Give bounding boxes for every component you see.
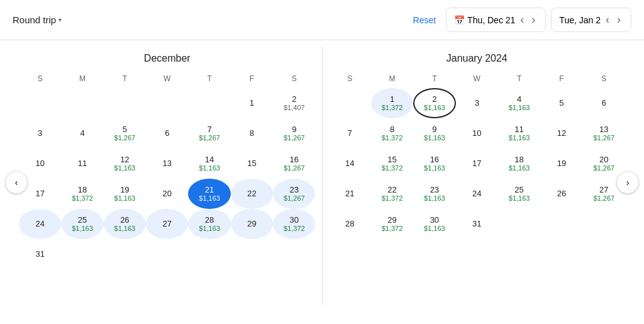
empty-day <box>104 88 146 118</box>
day-cell[interactable]: 29 <box>231 209 273 239</box>
day-cell[interactable]: 10 <box>19 148 61 179</box>
day-cell[interactable]: 12$1,163 <box>104 148 146 179</box>
day-cell[interactable]: 25$1,163 <box>61 209 103 239</box>
day-cell[interactable]: 24 <box>19 209 61 239</box>
day-cell[interactable]: 10 <box>456 118 498 148</box>
day-cell[interactable]: 29$1,372 <box>371 209 413 239</box>
day-cell[interactable]: 5$1,267 <box>104 118 146 148</box>
day-cell[interactable]: 14 <box>329 148 371 179</box>
trip-type-selector[interactable]: Round trip ▾ <box>13 14 62 25</box>
day-price: $1,372 <box>382 134 403 142</box>
day-number: 31 <box>35 249 44 259</box>
cal-grid: SMTWTFS12$1,407345$1,26767$1,26789$1,267… <box>19 72 316 269</box>
calendar-icon: 📅 <box>454 15 465 25</box>
month-title: December <box>19 47 316 64</box>
day-cell[interactable]: 13$1,267 <box>583 118 625 148</box>
day-header: S <box>583 72 625 88</box>
day-cell[interactable]: 7 <box>329 118 371 148</box>
day-number: 6 <box>165 128 169 138</box>
day-cell[interactable]: 2$1,163 <box>413 88 455 118</box>
day-cell[interactable]: 8 <box>231 118 273 148</box>
day-cell[interactable]: 11 <box>61 148 103 179</box>
day-cell[interactable]: 15$1,372 <box>371 148 413 179</box>
day-number: 28 <box>205 215 214 225</box>
day-cell[interactable]: 26$1,163 <box>104 209 146 239</box>
day-cell[interactable]: 30$1,372 <box>273 209 315 239</box>
day-header: T <box>498 72 540 88</box>
day-number: 26 <box>557 189 566 199</box>
day-cell[interactable]: 22 <box>231 179 273 209</box>
day-cell[interactable]: 4$1,163 <box>498 88 540 118</box>
day-cell[interactable]: 6 <box>146 118 188 148</box>
december-calendar: DecemberSMTWTFS12$1,407345$1,26767$1,267… <box>13 40 322 311</box>
day-cell[interactable]: 26 <box>540 179 582 209</box>
day-cell[interactable]: 27 <box>146 209 188 239</box>
day-cell[interactable]: 1$1,372 <box>371 88 413 118</box>
day-cell[interactable]: 3 <box>456 88 498 118</box>
day-cell[interactable]: 23$1,163 <box>413 179 455 209</box>
day-number: 4 <box>517 94 521 104</box>
day-price: $1,407 <box>284 104 305 112</box>
return-next-button[interactable]: › <box>614 12 623 28</box>
day-cell[interactable]: 13 <box>146 148 188 179</box>
day-cell[interactable]: 20 <box>146 179 188 209</box>
day-cell[interactable]: 21 <box>329 179 371 209</box>
day-cell[interactable]: 16$1,163 <box>413 148 455 179</box>
day-cell[interactable]: 23$1,267 <box>273 179 315 209</box>
day-cell[interactable]: 4 <box>61 118 103 148</box>
day-cell[interactable]: 19$1,163 <box>104 179 146 209</box>
day-cell[interactable]: 28$1,163 <box>188 209 230 239</box>
calendar-left-nav[interactable]: ‹ <box>5 171 28 194</box>
reset-button[interactable]: Reset <box>413 15 436 25</box>
depart-next-button[interactable]: › <box>529 12 538 28</box>
day-header: T <box>413 72 455 88</box>
day-cell[interactable]: 1 <box>231 88 273 118</box>
day-cell[interactable]: 12 <box>540 118 582 148</box>
day-number: 18 <box>78 185 87 195</box>
day-cell[interactable]: 30$1,163 <box>413 209 455 239</box>
day-header: T <box>188 72 230 88</box>
day-cell[interactable]: 17 <box>456 148 498 179</box>
depart-prev-button[interactable]: ‹ <box>518 12 526 28</box>
day-number: 17 <box>472 159 481 169</box>
day-number: 1 <box>390 94 394 104</box>
day-cell[interactable]: 18$1,163 <box>498 148 540 179</box>
day-number: 16 <box>430 155 439 165</box>
day-cell[interactable]: 21$1,163 <box>188 179 230 209</box>
day-number: 8 <box>250 128 254 138</box>
day-cell[interactable]: 15 <box>231 148 273 179</box>
day-cell[interactable]: 25$1,163 <box>498 179 540 209</box>
day-cell[interactable]: 9$1,267 <box>273 118 315 148</box>
day-number: 24 <box>35 219 44 229</box>
day-cell[interactable]: 22$1,372 <box>371 179 413 209</box>
day-cell[interactable]: 31 <box>19 239 61 269</box>
return-prev-button[interactable]: ‹ <box>603 12 612 28</box>
day-cell[interactable]: 6 <box>583 88 625 118</box>
day-cell[interactable]: 3 <box>19 118 61 148</box>
trip-type-chevron-icon: ▾ <box>58 16 62 23</box>
day-cell[interactable]: 9$1,163 <box>413 118 455 148</box>
day-cell[interactable]: 18$1,372 <box>61 179 103 209</box>
day-cell[interactable]: 31 <box>456 209 498 239</box>
day-cell[interactable]: 28 <box>329 209 371 239</box>
day-cell[interactable]: 14$1,163 <box>188 148 230 179</box>
day-number: 20 <box>599 155 608 165</box>
day-cell[interactable]: 8$1,372 <box>371 118 413 148</box>
day-number: 21 <box>205 185 214 195</box>
main-layout: ○ İstanbul ⚙ All filters (2) 1 stop or f… <box>0 23 644 324</box>
day-number: 7 <box>348 128 352 138</box>
day-cell[interactable]: 7$1,267 <box>188 118 230 148</box>
january-calendar: January 2024SMTWTFS1$1,3722$1,16334$1,16… <box>323 40 632 311</box>
day-number: 31 <box>472 219 481 229</box>
day-cell[interactable]: 24 <box>456 179 498 209</box>
day-cell[interactable]: 16$1,267 <box>273 148 315 179</box>
day-cell[interactable]: 5 <box>540 88 582 118</box>
calendar-right-nav[interactable]: › <box>616 171 639 194</box>
day-cell[interactable]: 19 <box>540 148 582 179</box>
day-cell[interactable]: 2$1,407 <box>273 88 315 118</box>
day-price: $1,267 <box>284 194 305 203</box>
day-number: 24 <box>472 189 481 199</box>
day-cell[interactable]: 11$1,163 <box>498 118 540 148</box>
day-number: 11 <box>514 125 523 135</box>
day-price: $1,372 <box>382 104 403 112</box>
